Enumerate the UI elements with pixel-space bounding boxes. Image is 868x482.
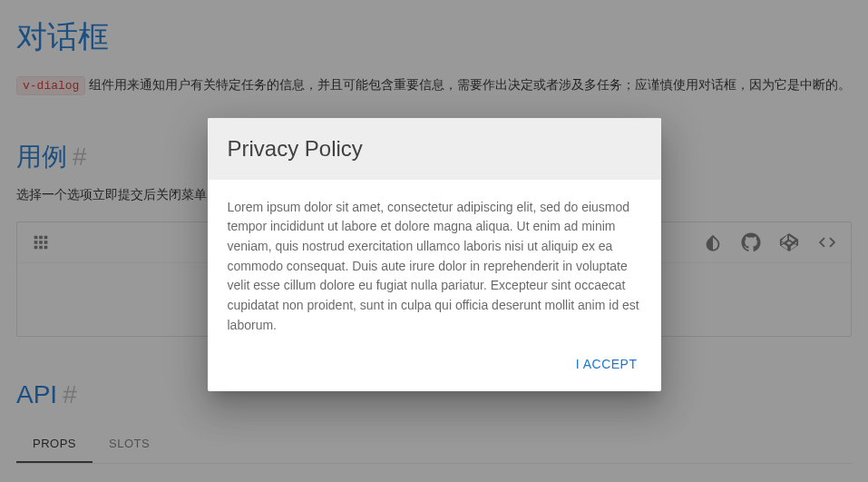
dialog-actions: I Accept bbox=[208, 342, 661, 391]
dialog-title: Privacy Policy bbox=[228, 136, 641, 162]
dialog-body: Lorem ipsum dolor sit amet, consectetur … bbox=[208, 180, 661, 343]
dialog-overlay[interactable]: Privacy Policy Lorem ipsum dolor sit ame… bbox=[0, 0, 868, 482]
accept-button[interactable]: I Accept bbox=[565, 349, 649, 379]
privacy-dialog: Privacy Policy Lorem ipsum dolor sit ame… bbox=[208, 118, 661, 392]
dialog-header: Privacy Policy bbox=[208, 118, 661, 180]
